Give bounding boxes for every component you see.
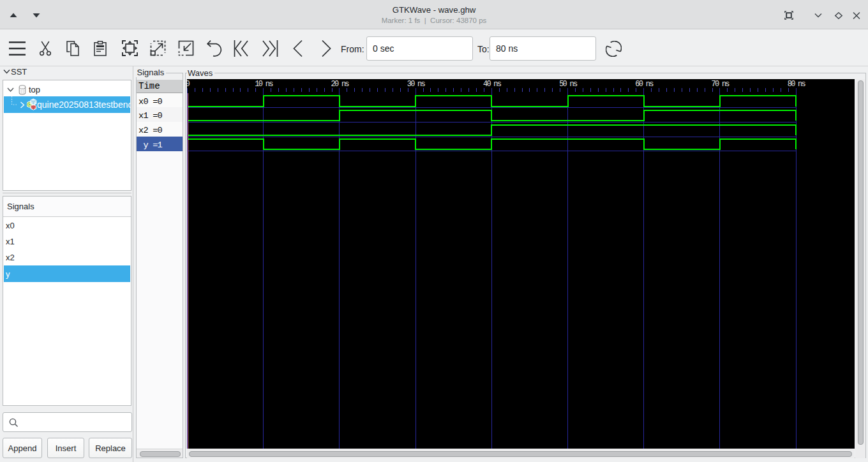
svg-text:30 ns: 30 ns (407, 80, 426, 89)
svg-text:10 ns: 10 ns (255, 80, 273, 89)
svg-text:70 ns: 70 ns (712, 80, 730, 89)
svg-text:40 ns: 40 ns (483, 80, 502, 89)
svg-text:80 ns: 80 ns (788, 80, 806, 89)
svg-text:60 ns: 60 ns (635, 80, 654, 89)
svg-text:20 ns: 20 ns (331, 80, 350, 89)
svg-text:50 ns: 50 ns (559, 80, 578, 89)
